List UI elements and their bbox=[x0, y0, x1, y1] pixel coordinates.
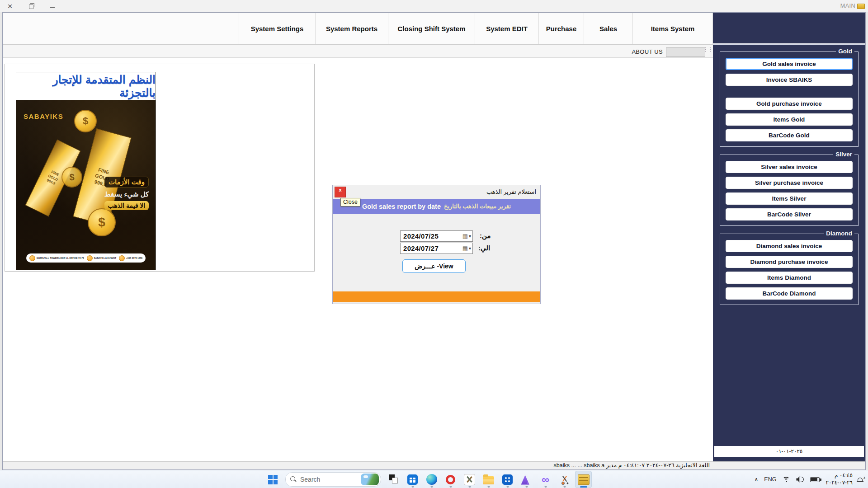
splitter-grip-icon[interactable] bbox=[703, 46, 712, 53]
dialog-title: استعلام تقرير الذهب bbox=[486, 188, 536, 195]
sidebar-groups: Gold Gold sales invoice Invoice SBAIKS G… bbox=[713, 52, 865, 313]
date-from-field[interactable]: 2024/07/25 bbox=[400, 230, 473, 242]
diamond-purchase-invoice-button[interactable]: Diamond purchase invoice bbox=[726, 256, 853, 268]
poster-header-text: النظم المتقدمة للإتجار بالتجزئة bbox=[16, 73, 156, 99]
scissors-handles bbox=[561, 482, 565, 485]
language-indicator[interactable]: ENG bbox=[764, 476, 776, 483]
dialog-close-button[interactable]: x bbox=[335, 187, 346, 197]
search-input[interactable]: Search bbox=[285, 472, 381, 487]
menu-system-edit[interactable]: System EDIT bbox=[475, 13, 538, 44]
menu-sales[interactable]: Sales bbox=[584, 13, 632, 44]
tab-about-us[interactable]: ABOUT US bbox=[632, 48, 663, 55]
edge-button[interactable] bbox=[423, 471, 440, 488]
speaker-icon[interactable] bbox=[796, 476, 804, 483]
barcode-gold-button[interactable]: BarCode Gold bbox=[726, 129, 853, 141]
dev-home-icon bbox=[502, 474, 513, 485]
location-icon bbox=[29, 255, 35, 261]
from-label: من: bbox=[480, 232, 491, 240]
mountain-peak-icon bbox=[527, 478, 533, 485]
menu-closing-shift-system[interactable]: Closing Shift System bbox=[388, 13, 475, 44]
sbaiks-app-icon bbox=[578, 474, 590, 485]
menu-items-system[interactable]: Items System bbox=[632, 13, 713, 44]
tray-chevron-up-icon[interactable] bbox=[755, 476, 759, 483]
opera-icon bbox=[446, 475, 455, 484]
mountain-app-button[interactable] bbox=[518, 471, 535, 488]
dollar-coin-icon: $ bbox=[88, 208, 116, 236]
start-button[interactable] bbox=[264, 471, 281, 488]
search-highlight-image[interactable] bbox=[361, 474, 379, 485]
version-label: ٢٠٢٥-٠١-٠١ bbox=[714, 446, 864, 457]
task-view-button[interactable] bbox=[385, 471, 402, 488]
diamond-sales-invoice-button[interactable]: Diamond sales invoice bbox=[726, 240, 853, 252]
dollar-coin-icon: $ bbox=[74, 110, 97, 132]
silver-purchase-invoice-button[interactable]: Silver purchase invoice bbox=[726, 177, 853, 189]
date-to-value: 2024/07/27 bbox=[403, 244, 439, 252]
poster-image: SABAYIKS FINE GOLD 999.9 FINE GOLD 999.9… bbox=[16, 100, 156, 270]
gold-group-label: Gold bbox=[836, 48, 854, 55]
sbaiks-app-button[interactable] bbox=[575, 471, 592, 488]
dev-home-button[interactable] bbox=[499, 471, 516, 488]
taskbar-center: Search bbox=[264, 470, 592, 488]
dialog-header-ar: تقرير مبيعات الذهب بالتاريخ bbox=[444, 203, 511, 210]
barcode-diamond-button[interactable]: BarCode Diamond bbox=[726, 287, 853, 300]
menu-system-reports[interactable]: System Reports bbox=[315, 13, 388, 44]
dialog-title-bar[interactable]: استعلام تقرير الذهب bbox=[333, 185, 540, 199]
view-button[interactable]: عـــرض -View bbox=[402, 259, 466, 273]
poster-brand-logo: SABAYIKS bbox=[24, 113, 63, 120]
tray-clock[interactable]: ٠٤:٤٥ م ٢٦-٠٧-٢٠٢٤ bbox=[826, 472, 853, 486]
items-gold-button[interactable]: Items Gold bbox=[726, 113, 853, 126]
dollar-coin-icon: $ bbox=[61, 167, 82, 188]
snipping-tool-icon bbox=[560, 474, 570, 484]
contact-item: GHMAZALL TOWER/LOOR LL OFFICE 72-73 bbox=[29, 255, 84, 261]
calendar-dropdown-icon[interactable] bbox=[459, 243, 472, 253]
gold-purchase-invoice-button[interactable]: Gold purchase invoice bbox=[726, 98, 853, 110]
gold-bar-text: FINE GOLD 999.9 bbox=[43, 169, 63, 188]
barcode-silver-button[interactable]: BarCode Silver bbox=[726, 208, 853, 221]
date-to-field[interactable]: 2024/07/27 bbox=[400, 243, 473, 254]
microsoft-store-button[interactable] bbox=[404, 471, 421, 488]
task-view-icon bbox=[389, 474, 399, 484]
tools-button[interactable] bbox=[461, 471, 478, 488]
phone-icon bbox=[119, 255, 125, 261]
restore-window-icon[interactable] bbox=[27, 2, 36, 10]
close-tooltip: Close bbox=[340, 198, 360, 206]
dialog-orange-bar bbox=[333, 291, 540, 302]
about-us-box bbox=[666, 47, 705, 57]
file-explorer-button[interactable] bbox=[480, 471, 497, 488]
mail-icon bbox=[87, 255, 93, 261]
notification-bell-icon[interactable] bbox=[858, 477, 863, 483]
os-title-bar: MAIN bbox=[0, 0, 868, 12]
battery-icon[interactable] bbox=[810, 477, 820, 482]
app-gold-icon bbox=[857, 4, 865, 9]
store-icon bbox=[407, 474, 418, 485]
visual-studio-button[interactable] bbox=[537, 471, 554, 488]
sidebar-divider bbox=[713, 43, 865, 45]
poster-slogan: وقت الأزمات كل شيء يسقط الا قيمة الذهب bbox=[100, 177, 153, 210]
silver-sales-invoice-button[interactable]: Silver sales invoice bbox=[726, 161, 853, 173]
slogan-line-2: كل شيء يسقط bbox=[100, 190, 153, 198]
items-silver-button[interactable]: Items Silver bbox=[726, 192, 853, 205]
calendar-dropdown-icon[interactable] bbox=[459, 231, 472, 241]
close-window-icon[interactable] bbox=[5, 2, 14, 10]
menu-purchase[interactable]: Purchase bbox=[538, 13, 584, 44]
wifi-dot bbox=[786, 481, 787, 482]
tools-icon bbox=[464, 474, 475, 485]
menu-system-settings[interactable]: System Settings bbox=[239, 13, 315, 44]
folder-icon bbox=[483, 476, 494, 484]
snipping-tool-button[interactable] bbox=[556, 471, 573, 488]
opera-button[interactable] bbox=[442, 471, 459, 488]
wifi-icon[interactable] bbox=[782, 476, 790, 483]
slogan-line-3: الا قيمة الذهب bbox=[104, 201, 149, 210]
gold-sales-invoice-button[interactable]: Gold sales invoice bbox=[726, 58, 853, 70]
windows-logo-icon bbox=[268, 475, 278, 484]
system-tray: ENG ٠٤:٤٥ م ٢٦-٠٧-٢٠٢٤ bbox=[755, 470, 863, 488]
items-diamond-button[interactable]: Items Diamond bbox=[726, 272, 853, 284]
menu-bar: System Settings System Reports Closing S… bbox=[3, 13, 713, 44]
minimize-window-icon[interactable] bbox=[48, 2, 57, 10]
edge-icon bbox=[426, 474, 437, 485]
tray-time: ٠٤:٤٥ م bbox=[826, 472, 853, 479]
contact-item: SABAYIK ALKUWAIT bbox=[87, 255, 117, 261]
invoice-sbaiks-button[interactable]: Invoice SBAIKS bbox=[726, 74, 853, 86]
dialog-header: Gold sales report by date تقرير مبيعات ا… bbox=[333, 199, 540, 214]
search-icon bbox=[290, 476, 297, 483]
